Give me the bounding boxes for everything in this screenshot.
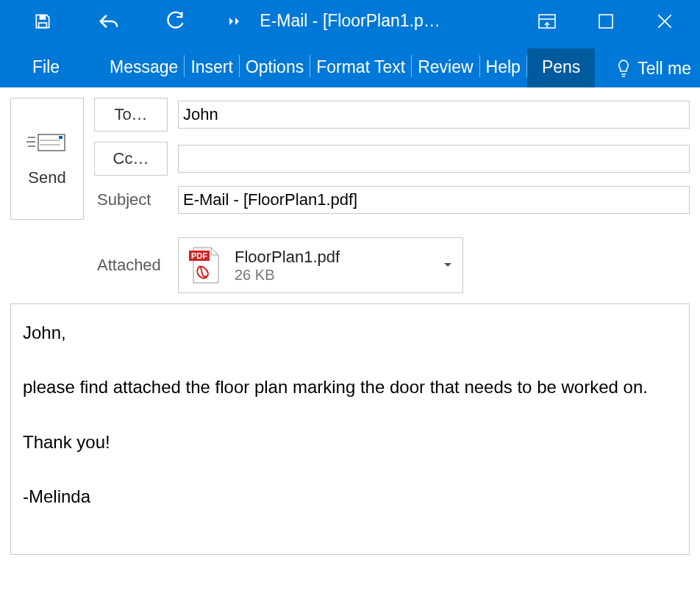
tab-message[interactable]: Message — [104, 48, 184, 87]
subject-field[interactable] — [178, 186, 690, 214]
send-envelope-icon — [26, 130, 68, 155]
redo-icon — [165, 11, 185, 32]
send-label: Send — [28, 168, 65, 187]
subject-label: Subject — [94, 190, 168, 209]
tab-format-text[interactable]: Format Text — [310, 48, 411, 87]
close-button[interactable] — [650, 7, 679, 36]
ribbon-display-button[interactable] — [532, 7, 562, 36]
attachment-dropdown[interactable] — [443, 262, 452, 268]
ribbon-tabs: File Message Insert Options Format Text … — [0, 42, 700, 87]
svg-text:PDF: PDF — [191, 251, 207, 260]
attachment-item[interactable]: PDF FloorPlan1.pdf 26 KB — [178, 237, 463, 293]
tab-help[interactable]: Help — [480, 48, 526, 87]
cc-field[interactable] — [178, 145, 690, 173]
quick-access-toolbar — [0, 0, 243, 42]
attachment-name: FloorPlan1.pdf — [235, 248, 340, 267]
send-button[interactable]: Send — [10, 98, 84, 220]
chevron-right-double-icon — [229, 16, 242, 26]
svg-rect-0 — [39, 23, 47, 27]
redo-button[interactable] — [162, 8, 188, 35]
ribbon-collapse-icon — [538, 14, 556, 29]
tell-me-label: Tell me — [638, 59, 691, 79]
tab-pens[interactable]: Pens — [527, 48, 595, 87]
tab-insert[interactable]: Insert — [185, 48, 239, 87]
undo-icon — [98, 12, 120, 31]
svg-rect-4 — [59, 136, 63, 139]
compose-area: Send To… Cc… Subject Attached — [0, 87, 700, 303]
svg-rect-2 — [599, 15, 612, 28]
attachment-size: 26 KB — [235, 267, 340, 284]
maximize-icon — [598, 13, 614, 29]
to-button[interactable]: To… — [94, 98, 168, 132]
header-fields: Send To… Cc… Subject — [10, 98, 690, 220]
qat-more-button[interactable] — [228, 8, 243, 35]
close-icon — [655, 12, 674, 31]
save-icon — [33, 12, 52, 31]
attached-label: Attached — [94, 256, 168, 275]
pdf-file-icon: PDF — [185, 245, 226, 286]
tell-me-search[interactable]: Tell me — [615, 59, 691, 79]
chevron-down-icon — [443, 262, 452, 268]
tab-review[interactable]: Review — [412, 48, 479, 87]
tab-file[interactable]: File — [29, 48, 63, 87]
window-controls — [532, 0, 700, 42]
maximize-button[interactable] — [591, 7, 621, 36]
cc-button[interactable]: Cc… — [94, 142, 168, 176]
window-title: E-Mail - [FloorPlan1.p… — [260, 11, 440, 31]
title-bar: E-Mail - [FloorPlan1.p… — [0, 0, 700, 42]
attachment-row: Attached PDF FloorPlan1.pdf 26 KB — [10, 237, 690, 293]
tab-options[interactable]: Options — [240, 48, 310, 87]
undo-button[interactable] — [96, 8, 122, 35]
lightbulb-icon — [615, 60, 632, 79]
message-body[interactable]: John, please find attached the floor pla… — [10, 303, 690, 555]
to-field[interactable] — [178, 101, 690, 129]
save-button[interactable] — [29, 8, 56, 35]
